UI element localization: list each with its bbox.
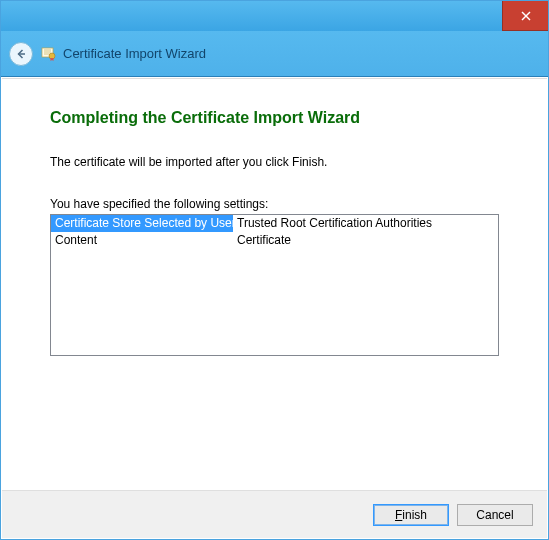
wizard-header: Certificate Import Wizard	[1, 31, 548, 77]
titlebar	[1, 1, 548, 31]
settings-label: You have specified the following setting…	[50, 197, 499, 211]
footer: Finish Cancel	[2, 490, 547, 538]
list-item[interactable]: Content Certificate	[51, 232, 498, 249]
certificate-icon	[41, 46, 57, 62]
setting-label: Content	[51, 232, 233, 249]
close-icon	[521, 11, 531, 21]
finish-button[interactable]: Finish	[373, 504, 449, 526]
setting-label: Certificate Store Selected by User	[51, 215, 233, 232]
back-button[interactable]	[9, 42, 33, 66]
settings-list[interactable]: Certificate Store Selected by User Trust…	[50, 214, 499, 356]
page-description: The certificate will be imported after y…	[50, 155, 499, 169]
cancel-button[interactable]: Cancel	[457, 504, 533, 526]
content-area: Completing the Certificate Import Wizard…	[2, 78, 547, 538]
wizard-title: Certificate Import Wizard	[63, 46, 206, 61]
setting-value: Certificate	[233, 232, 498, 249]
list-item[interactable]: Certificate Store Selected by User Trust…	[51, 215, 498, 232]
close-button[interactable]	[502, 1, 548, 31]
back-arrow-icon	[15, 48, 27, 60]
setting-value: Trusted Root Certification Authorities	[233, 215, 498, 232]
page-heading: Completing the Certificate Import Wizard	[50, 109, 499, 127]
